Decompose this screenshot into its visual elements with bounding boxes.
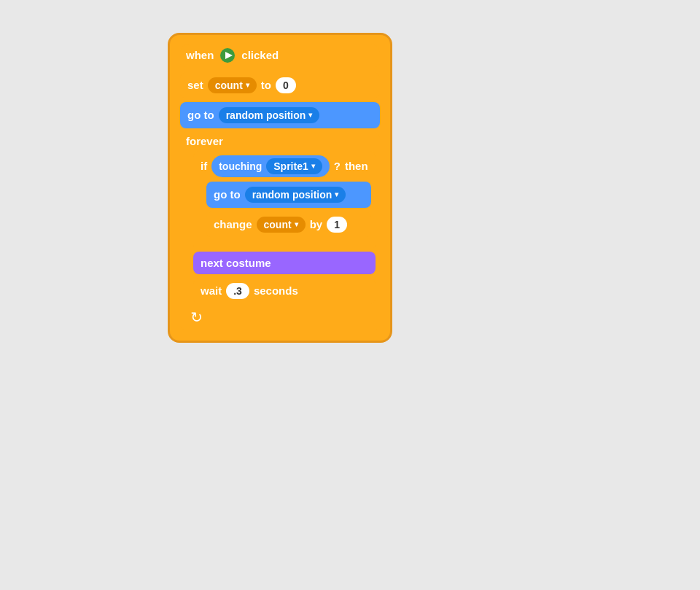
next-costume-block[interactable]: next costume <box>193 252 376 274</box>
goto1-label: go to <box>187 109 214 121</box>
green-flag-icon <box>219 47 236 63</box>
next-costume-label: next costume <box>201 257 271 269</box>
scratch-block-stack: when clicked set count ▾ to 0 go to rand… <box>168 33 532 558</box>
if-then: then <box>345 160 368 172</box>
hat-clicked-label: clicked <box>241 49 279 61</box>
if-question: ? <box>334 160 341 172</box>
goto2-target-arrow: ▾ <box>335 190 338 198</box>
if-block: if touching Sprite1 ▾ ? then <box>193 151 376 248</box>
outer-orange-container: when clicked set count ▾ to 0 go to rand… <box>168 33 392 343</box>
wait-block[interactable]: wait .3 seconds <box>193 278 376 304</box>
touching-label: touching <box>219 160 262 172</box>
if-label: if <box>201 160 207 172</box>
change-by-label: by <box>310 218 323 230</box>
loop-arrow: ↺ <box>180 307 380 330</box>
if-body: go to random position ▾ change count <box>206 182 371 238</box>
wait-seconds-label: seconds <box>254 284 298 297</box>
goto1-target-dropdown[interactable]: random position ▾ <box>219 107 320 123</box>
set-variable-arrow: ▾ <box>246 81 249 89</box>
wait-label: wait <box>201 284 222 297</box>
hat-when-label: when <box>186 49 214 61</box>
forever-block: forever if touching Sprite1 ▾ <box>180 132 380 330</box>
change-block[interactable]: change count ▾ by 1 <box>206 211 371 238</box>
goto2-target-dropdown[interactable]: random position ▾ <box>245 187 346 203</box>
change-label: change <box>214 218 252 230</box>
goto2-label: go to <box>214 188 241 201</box>
set-variable-dropdown[interactable]: count ▾ <box>208 77 257 93</box>
set-block[interactable]: set count ▾ to 0 <box>180 72 380 98</box>
sprite-dropdown[interactable]: Sprite1 ▾ <box>266 158 322 174</box>
touching-block[interactable]: touching Sprite1 ▾ <box>211 155 330 177</box>
wait-value[interactable]: .3 <box>226 283 249 299</box>
set-value[interactable]: 0 <box>276 77 296 93</box>
change-variable-dropdown[interactable]: count ▾ <box>257 217 306 233</box>
sprite-arrow: ▾ <box>311 162 315 170</box>
forever-label: forever <box>186 135 223 147</box>
set-to-label: to <box>261 79 271 91</box>
goto1-target-arrow: ▾ <box>308 111 312 119</box>
change-variable-arrow: ▾ <box>295 220 298 228</box>
hat-block: when clicked <box>180 44 380 67</box>
change-value[interactable]: 1 <box>327 217 347 233</box>
goto2-block[interactable]: go to random position ▾ <box>206 182 371 208</box>
if-header: if touching Sprite1 ▾ ? then <box>193 151 376 182</box>
set-label: set <box>187 79 203 91</box>
forever-body: if touching Sprite1 ▾ ? then <box>193 151 376 304</box>
forever-header: forever <box>180 132 380 151</box>
goto1-block[interactable]: go to random position ▾ <box>180 102 380 128</box>
